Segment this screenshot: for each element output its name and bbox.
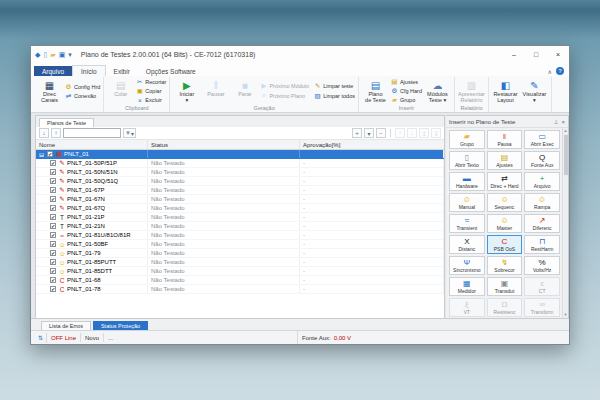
- move-bottom-button[interactable]: ↧: [431, 128, 441, 138]
- pin-icon[interactable]: ⊥: [553, 118, 558, 125]
- ribbon-big-button[interactable]: ▥ Apresentar Relatório: [458, 77, 485, 105]
- panel-scrollbar[interactable]: ▲ ▼: [562, 128, 568, 318]
- table-row[interactable]: ✔ ≈ PNLT_01-81U/81O/81R Não Testado -: [36, 231, 444, 240]
- ribbon-big-button[interactable]: ▦ Direc Canais: [36, 77, 63, 105]
- ribbon-small-button[interactable]: ✂ Recortar: [136, 78, 166, 86]
- ribbon-big-button[interactable]: ◧ Restaurar Layout: [492, 77, 519, 105]
- move-top-button[interactable]: ↥: [419, 128, 429, 138]
- table-row[interactable]: ✔ T PNLT_01-21P Não Testado -: [36, 213, 444, 222]
- insert-tool-button[interactable]: X Distanc: [449, 235, 485, 254]
- ribbon-small-button[interactable]: ▰ Grupo: [391, 96, 422, 104]
- ribbon-small-button[interactable]: ▶ Próximo Módulo: [260, 82, 309, 90]
- insert-tool-button[interactable]: ≈ Transient: [449, 214, 485, 233]
- ribbon-tab[interactable]: Opções Software: [138, 66, 204, 76]
- row-checkbox[interactable]: ✔: [50, 214, 56, 220]
- insert-tool-button[interactable]: ▤ Ajustes: [487, 151, 523, 170]
- table-row[interactable]: ✔ ☺ PNLT_01-50BF Não Testado -: [36, 240, 444, 249]
- ribbon-small-button[interactable]: × Excluir: [136, 96, 166, 104]
- insert-tool-button[interactable]: Ω Resistenc: [487, 298, 523, 317]
- ribbon-big-button[interactable]: ‖ Pausar: [202, 77, 229, 105]
- add-item-caret[interactable]: ▾: [364, 128, 374, 138]
- ribbon-tab[interactable]: Início: [72, 65, 106, 76]
- new-document-button[interactable]: ▯: [43, 51, 47, 59]
- insert-tool-button[interactable]: ▬ Hardware: [449, 172, 485, 191]
- insert-tool-button[interactable]: ∞ Transform: [524, 298, 560, 317]
- help-icon[interactable]: ?: [556, 67, 564, 75]
- insert-tool-button[interactable]: ▰ Grupo: [449, 130, 485, 149]
- row-checkbox[interactable]: ✔: [50, 268, 56, 274]
- root-checkbox[interactable]: ✔: [47, 151, 53, 157]
- insert-tool-button[interactable]: ▦ Medidor: [449, 277, 485, 296]
- row-checkbox[interactable]: ✔: [50, 277, 56, 283]
- add-item-button[interactable]: +: [352, 128, 362, 138]
- expander-icon[interactable]: ⊟: [39, 151, 44, 158]
- scrollbar-thumb[interactable]: [564, 135, 568, 175]
- row-checkbox[interactable]: ✔: [50, 286, 56, 292]
- row-checkbox[interactable]: ✔: [50, 250, 56, 256]
- panel-close-icon[interactable]: ×: [561, 119, 565, 125]
- insert-tool-button[interactable]: Ψ Sincronismo: [449, 256, 485, 275]
- column-header-status[interactable]: Status: [148, 140, 300, 149]
- ribbon-big-button[interactable]: ▶ Iniciar ▾: [173, 77, 200, 105]
- ribbon-small-button[interactable]: ✎ Limpar teste: [314, 82, 355, 90]
- row-checkbox[interactable]: ✔: [50, 205, 56, 211]
- insert-tool-button[interactable]: ‖ Pausa: [487, 130, 523, 149]
- insert-tool-button[interactable]: + Arquivo: [524, 172, 560, 191]
- qat-customize-caret-icon[interactable]: ▾: [68, 51, 72, 59]
- tree-root-row[interactable]: ⊟ ✔ ▦ PNLT_01: [36, 150, 444, 159]
- filter-input[interactable]: [63, 128, 121, 138]
- open-file-button[interactable]: ▰: [50, 51, 55, 59]
- row-checkbox[interactable]: ✔: [50, 187, 56, 193]
- insert-tool-button[interactable]: ⊓ RestHarm: [524, 235, 560, 254]
- ribbon-big-button[interactable]: ■ Parar: [231, 77, 258, 105]
- insert-tool-button[interactable]: ↯ Sobrecor: [487, 256, 523, 275]
- collapse-ribbon-icon[interactable]: ∧: [548, 68, 552, 75]
- table-row[interactable]: ✔ ✎ PNLT_01-67Q Não Testado -: [36, 204, 444, 213]
- table-row[interactable]: ✔ ✎ PNLT_01-67P Não Testado -: [36, 186, 444, 195]
- table-row[interactable]: ✔ T PNLT_01-21N Não Testado -: [36, 222, 444, 231]
- column-header-aprovacao[interactable]: Aprovação[%]: [300, 140, 444, 149]
- insert-tool-button[interactable]: ↗ Diferenc: [524, 214, 560, 233]
- maximize-button[interactable]: □: [525, 46, 547, 63]
- ribbon-small-button[interactable]: ▣ Copiar: [136, 87, 166, 95]
- insert-tool-button[interactable]: ☺ Manual: [449, 193, 485, 212]
- insert-tool-button[interactable]: Q Fonte Aux: [524, 151, 560, 170]
- minimize-button[interactable]: –: [503, 46, 525, 63]
- ribbon-small-button[interactable]: ⚙ Config Hrd: [65, 83, 100, 91]
- ribbon-small-button[interactable]: ⇄ Conexão: [65, 92, 100, 100]
- sort-ascending-button[interactable]: ↑: [51, 128, 61, 138]
- row-checkbox[interactable]: ✔: [50, 160, 56, 166]
- row-checkbox[interactable]: ✔: [50, 169, 56, 175]
- scroll-up-icon[interactable]: ▲: [564, 128, 568, 134]
- save-button[interactable]: ▣: [59, 51, 66, 59]
- insert-tool-button[interactable]: ▣ Transdut: [487, 277, 523, 296]
- table-row[interactable]: ✔ ☺ PNLT_01-85PUTT Não Testado -: [36, 258, 444, 267]
- row-checkbox[interactable]: ✔: [50, 259, 56, 265]
- ribbon-small-button[interactable]: ▤ Ajustes: [391, 78, 422, 86]
- table-row[interactable]: ✔ ✎ PNLT_01-50Q/51Q Não Testado -: [36, 177, 444, 186]
- ribbon-small-button[interactable]: ⚙ Cfg Hard: [391, 87, 422, 95]
- row-checkbox[interactable]: ✔: [50, 178, 56, 184]
- insert-tool-button[interactable]: ☺ Rampa: [524, 193, 560, 212]
- ribbon-small-button[interactable]: » Próximo Plano: [260, 92, 309, 100]
- tab-planos-de-teste[interactable]: Planos de Teste: [39, 118, 94, 127]
- bottom-tab[interactable]: Lista de Erros: [41, 321, 91, 330]
- move-down-button[interactable]: ↓: [407, 128, 417, 138]
- insert-tool-button[interactable]: ☺ Sequenc: [487, 193, 523, 212]
- row-checkbox[interactable]: ✔: [50, 232, 56, 238]
- filter-funnel-button[interactable]: ▼ ▾: [123, 128, 136, 138]
- table-row[interactable]: ✔ ✎ PNLT_01-50P/51P Não Testado -: [36, 159, 444, 168]
- close-button[interactable]: ×: [547, 46, 569, 63]
- insert-tool-button[interactable]: % Volts/Hz: [524, 256, 560, 275]
- table-row[interactable]: ✔ C PNLT_01-78 Não Testado -: [36, 285, 444, 294]
- insert-tool-button[interactable]: ☺ Master: [487, 214, 523, 233]
- insert-tool-button[interactable]: ▭ Abrir Exec: [524, 130, 560, 149]
- sort-descending-button[interactable]: ↓: [39, 128, 49, 138]
- ribbon-tab[interactable]: Exibir: [106, 66, 138, 76]
- insert-tool-button[interactable]: C PSB OoS: [487, 235, 523, 254]
- ribbon-big-modulos-teste[interactable]: ☁ Módulos Teste ▾: [424, 77, 451, 105]
- insert-tool-button[interactable]: ϵ CT: [524, 277, 560, 296]
- row-checkbox[interactable]: ✔: [50, 241, 56, 247]
- table-row[interactable]: ✔ ☺ PNLT_01-85DTT Não Testado -: [36, 267, 444, 276]
- column-header-nome[interactable]: Nome: [36, 140, 148, 149]
